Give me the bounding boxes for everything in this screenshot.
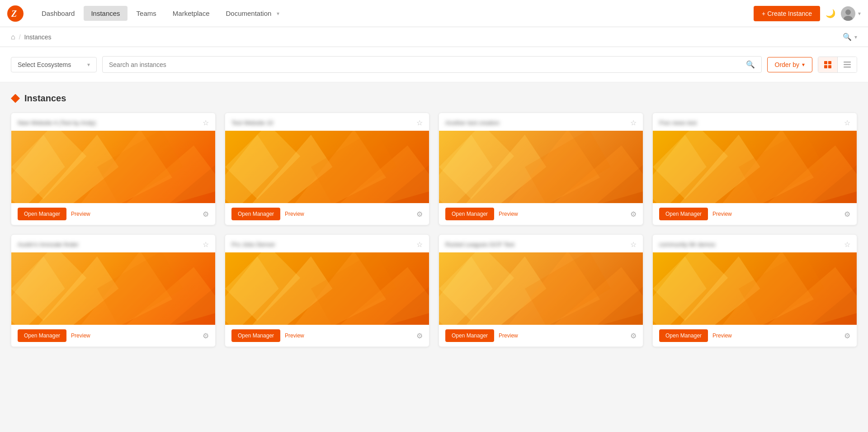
card-footer: Open Manager Preview ⚙ bbox=[439, 325, 643, 347]
ecosystem-select[interactable]: Select Ecosystems ▾ bbox=[11, 57, 97, 72]
instance-card: Austin's Innovate finder ☆ Open Manager … bbox=[11, 234, 216, 347]
card-title: Test Website 10 bbox=[231, 119, 273, 126]
card-header: New Website A (Test by Andy) ☆ bbox=[11, 113, 215, 131]
open-manager-button[interactable]: Open Manager bbox=[445, 208, 494, 220]
section-title: Instances bbox=[24, 93, 66, 104]
star-icon[interactable]: ☆ bbox=[203, 240, 209, 249]
gear-icon[interactable]: ⚙ bbox=[630, 332, 637, 340]
open-manager-button[interactable]: Open Manager bbox=[231, 329, 280, 342]
gear-icon[interactable]: ⚙ bbox=[844, 332, 850, 340]
nav-teams[interactable]: Teams bbox=[129, 6, 164, 21]
gear-icon[interactable]: ⚙ bbox=[203, 332, 209, 340]
breadcrumb-separator: / bbox=[19, 33, 21, 41]
card-title: Pro Jobs Denver bbox=[231, 241, 275, 248]
instance-card: Another test creation ☆ Open Manager Pre… bbox=[439, 113, 643, 225]
nav-links: Dashboard Instances Teams Marketplace Do… bbox=[34, 6, 754, 21]
breadcrumb-bar: ⌂ / Instances 🔍 ▾ bbox=[0, 27, 868, 47]
instance-card: New Website A (Test by Andy) ☆ Open Mana… bbox=[11, 113, 216, 225]
card-title: Rocket Leagues GCP Test bbox=[445, 241, 514, 248]
svg-rect-6 bbox=[828, 61, 831, 64]
documentation-caret[interactable]: ▾ bbox=[277, 10, 279, 17]
grid-view-button[interactable] bbox=[818, 57, 837, 72]
card-footer: Open Manager Preview ⚙ bbox=[439, 203, 643, 225]
open-manager-button[interactable]: Open Manager bbox=[659, 208, 708, 220]
logo[interactable]: Z bbox=[7, 5, 24, 22]
navbar: Z Dashboard Instances Teams Marketplace … bbox=[0, 0, 868, 27]
svg-point-3 bbox=[845, 9, 851, 15]
open-manager-button[interactable]: Open Manager bbox=[231, 208, 280, 220]
card-header: Rocket Leagues GCP Test ☆ bbox=[439, 235, 643, 252]
card-thumbnail bbox=[11, 252, 215, 325]
preview-link[interactable]: Preview bbox=[285, 211, 304, 217]
card-title: New Website A (Test by Andy) bbox=[18, 119, 96, 126]
preview-link[interactable]: Preview bbox=[712, 332, 732, 339]
section-icon bbox=[11, 94, 20, 103]
open-manager-button[interactable]: Open Manager bbox=[18, 208, 66, 220]
nav-right: + Create Instance 🌙 ▾ bbox=[754, 6, 861, 21]
svg-rect-10 bbox=[844, 64, 851, 65]
open-manager-button[interactable]: Open Manager bbox=[659, 329, 708, 342]
home-icon[interactable]: ⌂ bbox=[11, 33, 15, 41]
avatar-caret[interactable]: ▾ bbox=[858, 10, 861, 17]
svg-rect-7 bbox=[824, 65, 827, 68]
svg-rect-11 bbox=[844, 66, 851, 68]
star-icon[interactable]: ☆ bbox=[844, 240, 850, 249]
preview-link[interactable]: Preview bbox=[285, 332, 304, 339]
search-bar: 🔍 bbox=[102, 56, 762, 73]
gear-icon[interactable]: ⚙ bbox=[844, 210, 850, 218]
instance-card: community Mr demos ☆ Open Manager Previe… bbox=[652, 234, 857, 347]
card-header: Test Website 10 ☆ bbox=[225, 113, 429, 131]
breadcrumb-search-icon: 🔍 bbox=[843, 33, 852, 41]
order-by-button[interactable]: Order by ▾ bbox=[767, 57, 812, 72]
nav-marketplace[interactable]: Marketplace bbox=[165, 6, 217, 21]
card-title: Austin's Innovate finder bbox=[18, 241, 79, 248]
avatar[interactable] bbox=[841, 6, 855, 21]
breadcrumb: ⌂ / Instances bbox=[11, 33, 52, 41]
star-icon[interactable]: ☆ bbox=[844, 119, 850, 127]
create-instance-button[interactable]: + Create Instance bbox=[754, 6, 820, 21]
theme-toggle-icon[interactable]: 🌙 bbox=[826, 9, 835, 19]
nav-dashboard[interactable]: Dashboard bbox=[34, 6, 82, 21]
breadcrumb-current: Instances bbox=[24, 33, 52, 41]
svg-rect-8 bbox=[828, 65, 831, 68]
card-footer: Open Manager Preview ⚙ bbox=[653, 325, 857, 347]
breadcrumb-dropdown[interactable]: ▾ bbox=[854, 34, 857, 40]
nav-documentation[interactable]: Documentation bbox=[219, 6, 279, 21]
open-manager-button[interactable]: Open Manager bbox=[445, 329, 494, 342]
preview-link[interactable]: Preview bbox=[71, 332, 90, 339]
instances-grid: New Website A (Test by Andy) ☆ Open Mana… bbox=[11, 113, 857, 347]
card-header: Another test creation ☆ bbox=[439, 113, 643, 131]
preview-link[interactable]: Preview bbox=[71, 211, 90, 217]
gear-icon[interactable]: ⚙ bbox=[630, 210, 637, 218]
open-manager-button[interactable]: Open Manager bbox=[18, 329, 66, 342]
gear-icon[interactable]: ⚙ bbox=[416, 210, 423, 218]
toolbar: Select Ecosystems ▾ 🔍 Order by ▾ bbox=[0, 47, 868, 82]
ecosystem-select-caret: ▾ bbox=[87, 62, 90, 68]
card-header: Pro Jobs Denver ☆ bbox=[225, 235, 429, 252]
star-icon[interactable]: ☆ bbox=[203, 119, 209, 127]
star-icon[interactable]: ☆ bbox=[416, 119, 423, 127]
list-view-button[interactable] bbox=[837, 57, 857, 72]
gear-icon[interactable]: ⚙ bbox=[416, 332, 423, 340]
card-thumbnail bbox=[225, 131, 429, 203]
star-icon[interactable]: ☆ bbox=[630, 119, 637, 127]
card-thumbnail bbox=[653, 252, 857, 325]
card-footer: Open Manager Preview ⚙ bbox=[653, 203, 857, 225]
nav-instances[interactable]: Instances bbox=[84, 6, 127, 21]
card-footer: Open Manager Preview ⚙ bbox=[225, 203, 429, 225]
card-title: community Mr demos bbox=[659, 241, 715, 248]
preview-link[interactable]: Preview bbox=[499, 211, 518, 217]
view-toggle bbox=[818, 57, 857, 73]
star-icon[interactable]: ☆ bbox=[416, 240, 423, 249]
section-header: Instances bbox=[11, 93, 857, 104]
instance-card: Test Website 10 ☆ Open Manager Preview ⚙ bbox=[225, 113, 429, 225]
card-thumbnail bbox=[439, 131, 643, 203]
preview-link[interactable]: Preview bbox=[499, 332, 518, 339]
card-header: Austin's Innovate finder ☆ bbox=[11, 235, 215, 252]
gear-icon[interactable]: ⚙ bbox=[203, 210, 209, 218]
preview-link[interactable]: Preview bbox=[712, 211, 732, 217]
star-icon[interactable]: ☆ bbox=[630, 240, 637, 249]
list-icon bbox=[843, 61, 851, 69]
card-thumbnail bbox=[225, 252, 429, 325]
search-input[interactable] bbox=[109, 61, 746, 68]
